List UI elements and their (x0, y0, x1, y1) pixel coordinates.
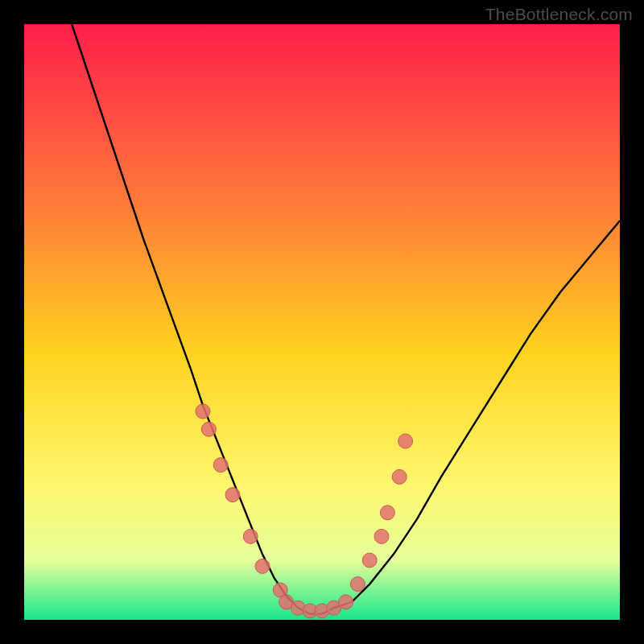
data-point (392, 469, 407, 484)
chart-frame: TheBottleneck.com (0, 0, 644, 644)
data-point (339, 595, 353, 609)
data-point (374, 529, 389, 543)
curve-layer (24, 24, 620, 620)
data-point (243, 529, 258, 543)
plot-area (24, 24, 620, 620)
data-point (350, 577, 365, 592)
data-point (380, 506, 394, 520)
data-point (213, 458, 228, 473)
data-point (255, 559, 270, 573)
data-point (225, 488, 240, 502)
watermark-text: TheBottleneck.com (485, 5, 633, 24)
data-point (201, 422, 216, 436)
data-point (398, 434, 413, 448)
data-point (362, 553, 377, 568)
bottleneck-curve (72, 24, 620, 614)
data-point (196, 404, 210, 419)
